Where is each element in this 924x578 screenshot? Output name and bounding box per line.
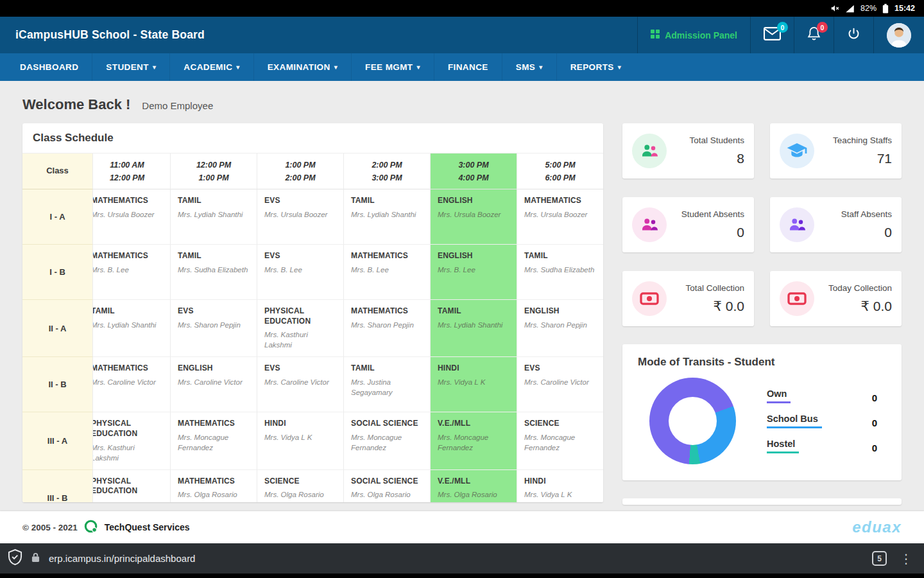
welcome-title: Welcome Back !: [22, 96, 130, 113]
period-teacher: Mrs. B. Lee: [264, 265, 336, 275]
time-slot-header: 2:00 PM3:00 PM: [344, 153, 431, 189]
class-label: I - B: [22, 245, 93, 300]
stat-card-teaching-staffs[interactable]: Teaching Staffs71: [770, 123, 902, 179]
period-subject: ENGLISH: [524, 306, 596, 317]
nav-item-label: STUDENT: [106, 62, 149, 72]
period-subject: EVS: [524, 363, 596, 374]
stat-label: Staff Absents: [821, 209, 892, 219]
nav-item-academic[interactable]: ACADEMIC▾: [169, 53, 253, 81]
messages-badge: 0: [777, 22, 788, 33]
nav-item-dashboard[interactable]: DASHBOARD: [6, 53, 92, 81]
transit-legend: Own0School Bus0Hostel0: [767, 389, 886, 453]
messages-button[interactable]: 0: [750, 17, 794, 53]
adblock-shield-icon[interactable]: [8, 549, 22, 568]
period-subject: EVS: [264, 251, 336, 261]
stat-card-student-absents[interactable]: Student Absents0: [622, 197, 754, 252]
stat-label: Total Students: [673, 136, 744, 145]
period-subject: MATHEMATICS: [351, 251, 423, 261]
period-subject: ENGLISH: [438, 196, 509, 206]
period-cell: TAMILMrs. Sudha Elizabeth: [517, 245, 603, 300]
period-subject: MATHEMATICS: [178, 419, 250, 429]
nav-item-label: ACADEMIC: [184, 62, 232, 72]
period-teacher: Mrs. Sudha Elizabeth: [178, 265, 250, 275]
period-cell: HINDIMrs. Vidya L K: [517, 470, 603, 502]
period-subject: MATHEMATICS: [351, 306, 423, 317]
schedule-table: Class11:00 AM12:00 PM12:00 PM1:00 PM1:00…: [22, 153, 603, 502]
period-cell: ENGLISHMrs. Ursula Boozer: [431, 189, 517, 245]
nav-item-sms[interactable]: SMS▾: [502, 53, 556, 81]
nav-item-reports[interactable]: REPORTS▾: [556, 53, 635, 81]
nav-item-student[interactable]: STUDENT▾: [92, 53, 169, 81]
stat-label: Student Absents: [673, 209, 744, 219]
nav-item-label: FEE MGMT: [365, 62, 413, 72]
graduation-cap-icon: [780, 134, 814, 168]
period-teacher: Mrs. Moncague Fernandez: [438, 432, 509, 453]
notifications-button[interactable]: 0: [794, 17, 834, 53]
period-cell: EVSMrs. Sharon Pepjin: [171, 300, 257, 357]
stat-value: 71: [821, 151, 892, 166]
logout-button[interactable]: [834, 17, 873, 53]
chevron-down-icon: ▾: [417, 64, 420, 71]
nav-item-label: REPORTS: [570, 62, 614, 72]
period-teacher: Mrs. Ursula Boozer: [264, 209, 336, 220]
period-cell: HINDIMrs. Vidya L K: [257, 412, 344, 469]
period-cell: EVSMrs. Caroline Victor: [257, 357, 344, 412]
period-subject: EVS: [178, 306, 250, 317]
notifications-badge: 0: [817, 22, 828, 33]
url-text[interactable]: erp.icampus.in/principaldashboard: [49, 553, 863, 564]
period-subject: HINDI: [264, 419, 336, 429]
period-cell: MATHEMATICSMrs. Olga Rosario: [171, 470, 257, 502]
stat-card-total-collection[interactable]: Total Collection₹ 0.0: [622, 271, 754, 326]
welcome-row: Welcome Back ! Demo Employee: [22, 96, 902, 113]
class-label: I - A: [22, 189, 93, 245]
period-teacher: Mrs. Justina Segayamary: [351, 377, 423, 398]
schedule-table-scroll[interactable]: Class11:00 AM12:00 PM12:00 PM1:00 PM1:00…: [22, 153, 603, 502]
stat-label: Teaching Staffs: [821, 136, 892, 145]
nav-item-finance[interactable]: FINANCE: [434, 53, 502, 81]
legend-row-hostel: Hostel0: [767, 439, 877, 453]
period-teacher: Mrs. Olga Rosario: [438, 489, 509, 500]
profile-avatar[interactable]: [873, 17, 924, 53]
period-teacher: Mrs. Ursula Boozer: [91, 209, 163, 220]
period-cell: TAMILMrs. Lydiah Shanthi: [344, 189, 431, 245]
period-subject: TAMIL: [351, 196, 423, 206]
period-subject: ENGLISH: [178, 363, 250, 374]
stat-value: 0: [673, 225, 744, 240]
transit-title: Mode of Transits - Student: [638, 356, 886, 369]
tab-switcher-button[interactable]: 5: [872, 551, 887, 566]
period-teacher: Mrs. Ursula Boozer: [524, 209, 596, 220]
period-cell: EVSMrs. B. Lee: [257, 245, 344, 300]
period-subject: MATHEMATICS: [524, 196, 596, 206]
period-cell: ENGLISHMrs. B. Lee: [431, 245, 517, 300]
period-cell: PHYSICAL EDUCATIONMrs. Kasthuri Lakshmi: [84, 470, 171, 502]
app-title: iCampusHUB School - State Board: [0, 17, 637, 53]
android-status-bar: 82% 15:42: [0, 0, 924, 17]
period-teacher: Mrs. Moncague Fernandez: [524, 432, 596, 453]
period-teacher: Mrs. Ursula Boozer: [438, 209, 509, 220]
stat-card-today-collection[interactable]: Today Collection₹ 0.0: [770, 271, 902, 326]
browser-menu-button[interactable]: ⋮: [896, 551, 916, 566]
period-subject: MATHEMATICS: [91, 363, 163, 374]
people-icon: [632, 207, 667, 242]
stat-card-staff-absents[interactable]: Staff Absents0: [770, 197, 902, 252]
period-subject: SOCIAL SCIENCE: [351, 419, 423, 429]
period-subject: TAMIL: [524, 251, 596, 261]
period-teacher: Mrs. Lydiah Shanthi: [438, 320, 509, 330]
period-teacher: Mrs. B. Lee: [351, 265, 423, 275]
class-label: III - A: [22, 412, 93, 469]
period-subject: SCIENCE: [264, 477, 336, 487]
period-subject: SCIENCE: [524, 419, 596, 429]
nav-item-examination[interactable]: EXAMINATION▾: [253, 53, 351, 81]
nav-item-label: DASHBOARD: [20, 62, 78, 72]
copyright-text: © 2005 - 2021: [22, 523, 78, 532]
legend-label: Hostel: [767, 439, 799, 453]
period-teacher: Mrs. Kasthuri Lakshmi: [91, 442, 163, 463]
schedule-row: I - BMATHEMATICSMrs. B. LeeTAMILMrs. Sud…: [22, 245, 603, 300]
period-cell: MATHEMATICSMrs. Sharon Pepjin: [344, 300, 431, 357]
admission-panel-link[interactable]: Admission Panel: [637, 17, 750, 53]
nav-item-fee-mgmt[interactable]: FEE MGMT▾: [351, 53, 434, 81]
period-teacher: Mrs. Lydiah Shanthi: [91, 320, 163, 330]
stat-card-total-students[interactable]: Total Students8: [622, 123, 754, 179]
schedule-row: I - AMATHEMATICSMrs. Ursula BoozerTAMILM…: [22, 189, 603, 245]
period-subject: TAMIL: [178, 196, 250, 206]
